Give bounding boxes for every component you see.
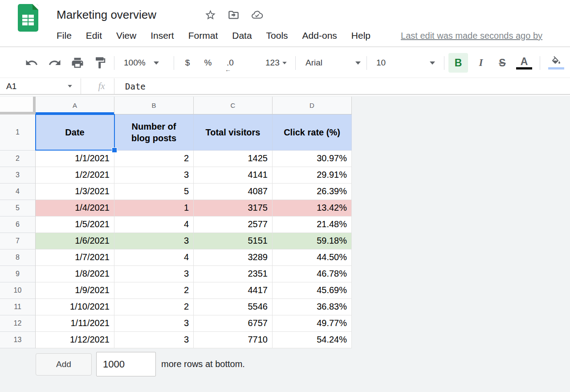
menu-format[interactable]: Format	[188, 30, 218, 41]
row-header-9[interactable]: 9	[0, 266, 36, 282]
cell-C9[interactable]: 2351	[194, 266, 273, 282]
cell-D9[interactable]: 46.78%	[273, 266, 352, 282]
more-formats-button[interactable]: 123	[265, 58, 287, 68]
menu-add-ons[interactable]: Add-ons	[302, 30, 337, 41]
font-family-select[interactable]: Arial	[305, 58, 361, 68]
row-header-13[interactable]: 13	[0, 332, 36, 348]
redo-icon[interactable]	[48, 56, 61, 69]
cell-C12[interactable]: 6757	[194, 315, 273, 332]
cell-A6[interactable]: 1/5/2021	[36, 216, 114, 233]
cloud-saved-icon[interactable]	[250, 8, 264, 21]
cell-A1[interactable]: Date	[36, 114, 114, 151]
cell-A11[interactable]: 1/10/2021	[36, 299, 114, 315]
cell-B9[interactable]: 3	[114, 266, 194, 282]
row-header-5[interactable]: 5	[0, 200, 36, 216]
row-header-11[interactable]: 11	[0, 299, 36, 315]
cell-A4[interactable]: 1/3/2021	[36, 184, 114, 200]
cell-B13[interactable]: 3	[114, 332, 194, 348]
cell-D3[interactable]: 29.91%	[273, 167, 352, 184]
cell-D4[interactable]: 26.39%	[273, 184, 352, 200]
row-header-10[interactable]: 10	[0, 282, 36, 299]
cell-D8[interactable]: 44.50%	[273, 249, 352, 266]
cell-B7[interactable]: 3	[114, 233, 194, 249]
cell-B6[interactable]: 4	[114, 216, 194, 233]
row-header-3[interactable]: 3	[0, 167, 36, 184]
font-size-select[interactable]: 10	[376, 58, 435, 68]
row-header-6[interactable]: 6	[0, 216, 36, 233]
cell-A13[interactable]: 1/12/2021	[36, 332, 114, 348]
last-edit-link[interactable]: Last edit was made seconds ago by	[401, 31, 542, 41]
menu-insert[interactable]: Insert	[151, 30, 174, 41]
cell-D11[interactable]: 36.83%	[273, 299, 352, 315]
menu-file[interactable]: File	[57, 30, 72, 41]
row-header-8[interactable]: 8	[0, 249, 36, 266]
cell-B11[interactable]: 2	[114, 299, 194, 315]
fill-handle[interactable]	[112, 147, 117, 153]
cell-C13[interactable]: 7710	[194, 332, 273, 348]
column-header-A[interactable]: A	[36, 97, 114, 114]
cell-name-box[interactable]: A1	[0, 78, 81, 94]
cell-C1[interactable]: Total visitors	[194, 114, 273, 151]
add-rows-button[interactable]: Add	[36, 353, 92, 376]
sheets-logo-icon[interactable]	[18, 4, 38, 32]
cell-D5[interactable]: 13.42%	[273, 200, 352, 216]
row-header-12[interactable]: 12	[0, 315, 36, 332]
zoom-select[interactable]: 100%	[124, 58, 159, 68]
format-currency-button[interactable]: $	[180, 58, 195, 68]
document-title[interactable]: Marketing overview	[57, 7, 156, 22]
fill-color-button[interactable]	[546, 53, 566, 73]
star-icon[interactable]	[204, 8, 217, 21]
paint-format-icon[interactable]	[94, 56, 107, 69]
menu-data[interactable]: Data	[232, 30, 252, 41]
cell-D13[interactable]: 54.24%	[273, 332, 352, 348]
cell-D6[interactable]: 21.48%	[273, 216, 352, 233]
cell-C2[interactable]: 1425	[194, 151, 273, 167]
menu-tools[interactable]: Tools	[266, 30, 288, 41]
column-header-B[interactable]: B	[114, 97, 194, 114]
strikethrough-button[interactable]: S	[493, 53, 511, 73]
cell-D7[interactable]: 59.18%	[273, 233, 352, 249]
cell-A12[interactable]: 1/11/2021	[36, 315, 114, 332]
cell-C8[interactable]: 3289	[194, 249, 273, 266]
cell-D10[interactable]: 45.69%	[273, 282, 352, 299]
cell-B10[interactable]: 2	[114, 282, 194, 299]
cell-C4[interactable]: 4087	[194, 184, 273, 200]
row-header-2[interactable]: 2	[0, 151, 36, 167]
text-color-button[interactable]: A	[514, 53, 534, 73]
cell-D2[interactable]: 30.97%	[273, 151, 352, 167]
column-header-D[interactable]: D	[273, 97, 352, 114]
menu-view[interactable]: View	[116, 30, 136, 41]
bold-button[interactable]: B	[448, 53, 468, 73]
cell-C7[interactable]: 5151	[194, 233, 273, 249]
cell-D12[interactable]: 49.77%	[273, 315, 352, 332]
menu-help[interactable]: Help	[351, 30, 370, 41]
cell-B2[interactable]: 2	[114, 151, 194, 167]
decrease-decimal-button[interactable]: .0 ←	[221, 53, 239, 73]
row-header-7[interactable]: 7	[0, 233, 36, 249]
italic-button[interactable]: I	[472, 53, 490, 73]
move-to-folder-icon[interactable]	[227, 8, 240, 21]
row-header-4[interactable]: 4	[0, 184, 36, 200]
cell-B4[interactable]: 5	[114, 184, 194, 200]
select-all-corner[interactable]	[0, 97, 36, 114]
cell-D1[interactable]: Click rate (%)	[273, 114, 352, 151]
cell-A5[interactable]: 1/4/2021	[36, 200, 114, 216]
cell-C5[interactable]: 3175	[194, 200, 273, 216]
cell-B1[interactable]: Number of blog posts	[114, 114, 194, 151]
cell-C11[interactable]: 5546	[194, 299, 273, 315]
cell-A7[interactable]: 1/6/2021	[36, 233, 114, 249]
menu-edit[interactable]: Edit	[86, 30, 102, 41]
cell-A8[interactable]: 1/7/2021	[36, 249, 114, 266]
cell-B3[interactable]: 3	[114, 167, 194, 184]
formula-input[interactable]: Date	[125, 78, 146, 94]
undo-icon[interactable]	[25, 56, 38, 69]
cell-B8[interactable]: 4	[114, 249, 194, 266]
cell-C6[interactable]: 2577	[194, 216, 273, 233]
format-percent-button[interactable]: %	[200, 58, 216, 68]
cell-B12[interactable]: 3	[114, 315, 194, 332]
cell-A3[interactable]: 1/2/2021	[36, 167, 114, 184]
cell-C3[interactable]: 4141	[194, 167, 273, 184]
cell-A9[interactable]: 1/8/2021	[36, 266, 114, 282]
rows-count-input[interactable]	[96, 352, 156, 376]
cell-B5[interactable]: 1	[114, 200, 194, 216]
